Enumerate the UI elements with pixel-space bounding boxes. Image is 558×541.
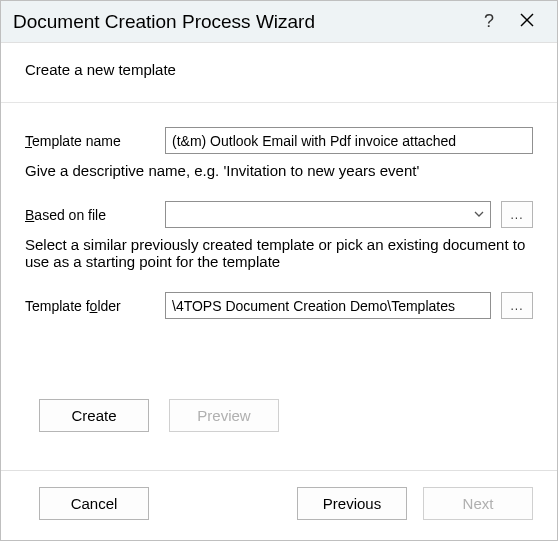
template-folder-browse-button[interactable]: ... — [501, 292, 533, 319]
close-icon — [520, 13, 534, 30]
close-button[interactable] — [507, 6, 547, 38]
preview-button[interactable]: Preview — [169, 399, 279, 432]
mid-actions: Create Preview — [39, 399, 533, 432]
help-button[interactable]: ? — [471, 6, 507, 38]
titlebar: Document Creation Process Wizard ? — [1, 1, 557, 43]
form-body: Template name Give a descriptive name, e… — [1, 103, 557, 470]
template-name-label: Template name — [25, 133, 155, 149]
based-on-combo-wrap — [165, 201, 491, 228]
next-button[interactable]: Next — [423, 487, 533, 520]
template-folder-label: Template folder — [25, 298, 155, 314]
cancel-button[interactable]: Cancel — [39, 487, 149, 520]
footer: Cancel Previous Next — [1, 470, 557, 540]
based-on-label: Based on file — [25, 207, 155, 223]
based-on-hint: Select a similar previously created temp… — [25, 236, 533, 270]
template-name-hint: Give a descriptive name, e.g. 'Invitatio… — [25, 162, 533, 179]
template-folder-input[interactable] — [165, 292, 491, 319]
create-button[interactable]: Create — [39, 399, 149, 432]
based-on-combobox[interactable] — [165, 201, 491, 228]
based-on-row: Based on file ... — [25, 201, 533, 228]
template-name-input[interactable] — [165, 127, 533, 154]
window-title: Document Creation Process Wizard — [13, 11, 471, 33]
template-folder-row: Template folder ... — [25, 292, 533, 319]
subheader: Create a new template — [1, 43, 557, 103]
based-on-browse-button[interactable]: ... — [501, 201, 533, 228]
template-name-row: Template name — [25, 127, 533, 154]
previous-button[interactable]: Previous — [297, 487, 407, 520]
wizard-dialog: Document Creation Process Wizard ? Creat… — [0, 0, 558, 541]
